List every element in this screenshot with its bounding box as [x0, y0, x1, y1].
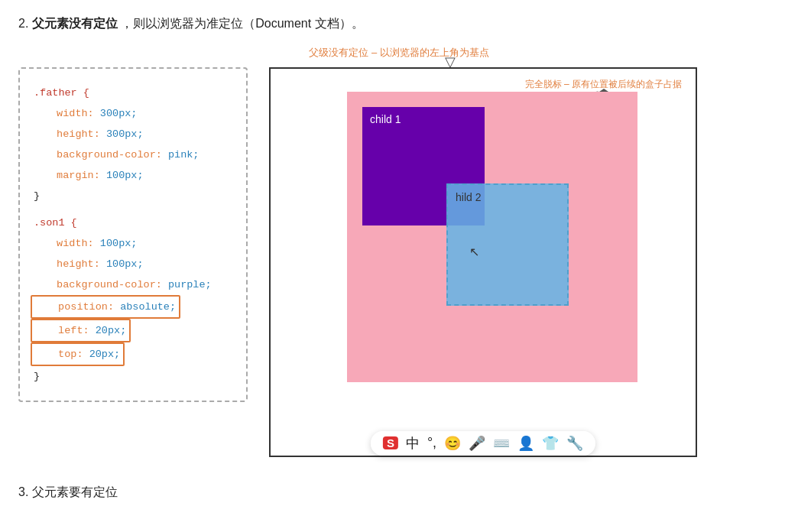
toolbar-keyboard-icon[interactable]: ⌨️	[493, 435, 510, 452]
footer-number: 3.	[18, 485, 28, 498]
footer-text: 父元素要有定位	[32, 485, 118, 498]
code-panel: .father { width: 300px; height: 300px; b…	[18, 67, 248, 402]
code-line-top: top: 20px;	[34, 342, 232, 366]
child2-label: hild 2	[456, 191, 481, 203]
heading-number: 2.	[18, 17, 28, 30]
toolbar-shirt-icon[interactable]: 👕	[542, 435, 559, 452]
code-close1: }	[34, 186, 232, 206]
toolbar-zhong-icon[interactable]: 中	[406, 434, 420, 453]
code-line-bg: background-color: pink;	[34, 144, 232, 165]
child1-label: child 1	[370, 113, 401, 125]
code-line-pos: position: absolute;	[34, 295, 232, 319]
subtitle: 父级没有定位 – 以浏览器的左上角为基点	[18, 46, 780, 60]
toolbar-s-icon[interactable]: S	[383, 436, 398, 449]
demo-border: 完全脱标 – 原有位置被后续的盒子占据 child 1 hild 2	[269, 67, 697, 457]
code-line-margin: margin: 100px;	[34, 165, 232, 186]
code-line-father-selector: .father {	[34, 83, 232, 103]
code-close2: }	[34, 366, 232, 387]
toolbar-emoji-icon[interactable]: 😊	[444, 435, 461, 452]
main-layout: .father { width: 300px; height: 300px; b…	[18, 67, 780, 472]
heading-row: 2. 父元素没有定位 ，则以浏览器为准定位（Document 文档）。	[18, 14, 780, 34]
footer-heading: 3. 父元素要有定位	[18, 485, 780, 501]
toolbar-wrench-icon[interactable]: 🔧	[566, 435, 583, 452]
demo-area: ▽ 完全脱标 – 原有位置被后续的盒子占据 child 1	[269, 67, 780, 472]
toolbar-degree-icon[interactable]: °,	[427, 435, 436, 451]
code-line-bg2: background-color: purple;	[34, 274, 232, 295]
father-box: child 1 hild 2	[347, 92, 637, 382]
code-line-width2: width: 100px;	[34, 233, 232, 254]
code-line-left: left: 20px;	[34, 319, 232, 342]
code-line-width: width: 300px;	[34, 103, 232, 124]
code-line-height: height: 300px;	[34, 124, 232, 144]
code-line-son1-selector: .son1 {	[34, 212, 232, 233]
toolbar: S 中 °, 😊 🎤 ⌨️ 👤 👕 🔧	[371, 431, 595, 456]
heading-rest: ，则以浏览器为准定位（Document 文档）。	[121, 17, 363, 30]
toolbar-mic-icon[interactable]: 🎤	[469, 435, 485, 452]
annotation-detach: 完全脱标 – 原有位置被后续的盒子占据	[525, 78, 682, 91]
toolbar-user-icon[interactable]: 👤	[517, 435, 534, 452]
child2-box: hild 2	[446, 183, 569, 306]
heading-bold: 父元素没有定位	[32, 17, 118, 30]
code-line-height2: height: 100px;	[34, 254, 232, 274]
